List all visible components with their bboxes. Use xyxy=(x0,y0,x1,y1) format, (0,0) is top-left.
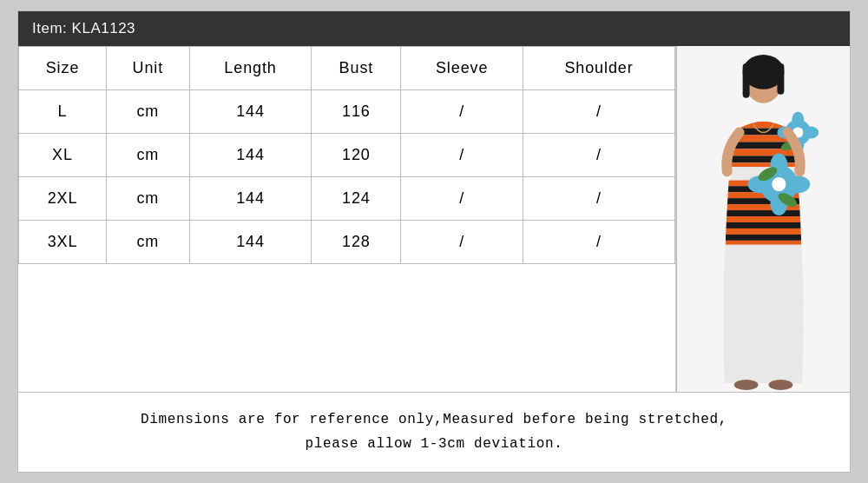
unit-cell: cm xyxy=(107,221,190,264)
col-shoulder: Shoulder xyxy=(523,47,675,90)
col-size: Size xyxy=(19,47,107,90)
card-header: Item: KLA1123 xyxy=(18,11,850,46)
svg-point-28 xyxy=(786,176,810,194)
size-cell: XL xyxy=(19,134,107,177)
product-size-card: Item: KLA1123 Size Unit Length Bust Slee… xyxy=(17,10,851,472)
card-body: Size Unit Length Bust Sleeve Shoulder Lc… xyxy=(18,46,850,392)
length-cell: 144 xyxy=(189,90,312,134)
length-cell: 144 xyxy=(189,134,312,177)
size-cell: 3XL xyxy=(19,221,107,264)
svg-rect-9 xyxy=(725,149,803,156)
size-table: Size Unit Length Bust Sleeve Shoulder Lc… xyxy=(18,46,675,264)
footer-line2: please allow 1-3cm deviation. xyxy=(36,433,832,456)
size-cell: L xyxy=(19,90,107,134)
bust-cell: 120 xyxy=(312,134,401,177)
svg-rect-3 xyxy=(743,63,750,98)
svg-rect-10 xyxy=(725,156,803,163)
sleeve-cell: / xyxy=(401,221,523,264)
footer-note: Dimensions are for reference only,Measur… xyxy=(18,392,850,471)
shoulder-cell: / xyxy=(523,134,675,177)
shoulder-cell: / xyxy=(523,221,675,264)
bust-cell: 124 xyxy=(312,177,401,221)
unit-cell: cm xyxy=(107,134,190,177)
svg-rect-21 xyxy=(720,235,807,241)
col-length: Length xyxy=(189,47,312,90)
length-cell: 144 xyxy=(189,177,312,221)
table-row: XLcm144120// xyxy=(19,134,675,177)
size-cell: 2XL xyxy=(19,177,107,221)
shoulder-cell: / xyxy=(523,90,675,134)
svg-rect-4 xyxy=(777,63,784,95)
table-header-row: Size Unit Length Bust Sleeve Shoulder xyxy=(19,47,675,90)
sleeve-cell: / xyxy=(401,177,523,221)
table-row: 3XLcm144128// xyxy=(19,221,675,264)
svg-point-29 xyxy=(772,178,786,192)
svg-point-35 xyxy=(803,127,819,139)
svg-point-32 xyxy=(792,112,804,128)
table-row: 2XLcm144124// xyxy=(19,177,675,221)
unit-cell: cm xyxy=(107,177,190,221)
footer-line1: Dimensions are for reference only,Measur… xyxy=(36,408,832,432)
shoulder-cell: / xyxy=(523,177,675,221)
bust-cell: 128 xyxy=(312,221,401,264)
length-cell: 144 xyxy=(189,221,312,264)
sleeve-cell: / xyxy=(401,90,523,134)
svg-rect-20 xyxy=(720,228,807,235)
dress-image-section xyxy=(676,46,850,392)
col-bust: Bust xyxy=(312,47,401,90)
col-unit: Unit xyxy=(107,47,190,90)
svg-rect-18 xyxy=(720,216,807,222)
svg-point-41 xyxy=(768,380,792,390)
svg-rect-17 xyxy=(720,210,807,216)
svg-rect-19 xyxy=(720,222,807,228)
table-body: Lcm144116//XLcm144120//2XLcm144124//3XLc… xyxy=(19,90,675,264)
size-table-section: Size Unit Length Bust Sleeve Shoulder Lc… xyxy=(18,46,676,392)
item-label: Item: KLA1123 xyxy=(32,20,135,36)
bust-cell: 116 xyxy=(312,90,401,134)
unit-cell: cm xyxy=(107,90,190,134)
table-row: Lcm144116// xyxy=(19,90,675,134)
dress-illustration xyxy=(677,46,850,392)
col-sleeve: Sleeve xyxy=(401,47,523,90)
svg-point-40 xyxy=(734,380,759,390)
sleeve-cell: / xyxy=(401,134,523,177)
